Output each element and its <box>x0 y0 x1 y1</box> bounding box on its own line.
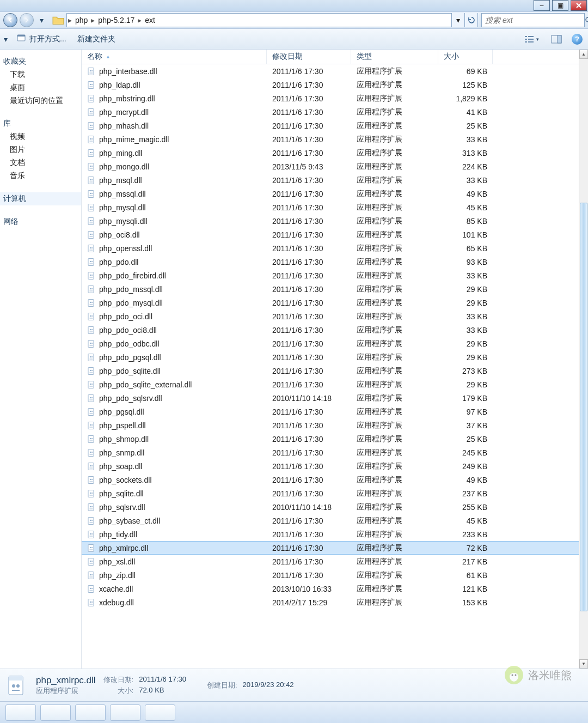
sidebar-network[interactable]: 网络 <box>0 215 81 228</box>
file-row[interactable]: php_pdo_oci.dll2011/1/6 17:30应用程序扩展33 KB <box>82 309 579 323</box>
taskbar-item[interactable] <box>110 704 140 721</box>
sidebar-item-music[interactable]: 音乐 <box>0 169 81 183</box>
help-button[interactable]: ? <box>572 34 583 45</box>
taskbar-item[interactable] <box>145 704 175 721</box>
file-row[interactable]: php_pdo_oci8.dll2011/1/6 17:30应用程序扩展33 K… <box>82 323 579 337</box>
file-row[interactable]: php_soap.dll2011/1/6 17:30应用程序扩展249 KB <box>82 459 579 473</box>
file-row[interactable]: php_sqlsrv.dll2010/11/10 14:18应用程序扩展255 … <box>82 500 579 514</box>
minimize-button[interactable]: – <box>534 0 550 11</box>
scroll-down-button[interactable]: ▼ <box>579 659 588 669</box>
file-date: 2011/1/6 17:30 <box>267 489 351 498</box>
organize-dropdown[interactable]: ▾ <box>0 35 11 44</box>
search-input[interactable] <box>482 16 585 25</box>
file-row[interactable]: php_sybase_ct.dll2011/1/6 17:30应用程序扩展45 … <box>82 514 579 527</box>
sidebar-computer[interactable]: 计算机 <box>0 192 81 205</box>
column-header-size[interactable]: 大小 <box>438 50 493 64</box>
file-row[interactable]: php_pdo_mssql.dll2011/1/6 17:30应用程序扩展29 … <box>82 282 579 296</box>
scroll-track[interactable] <box>579 59 588 659</box>
sidebar-item-desktop[interactable]: 桌面 <box>0 81 81 94</box>
sidebar-item-downloads[interactable]: 下载 <box>0 68 81 81</box>
close-button[interactable] <box>571 0 587 11</box>
column-header-date[interactable]: 修改日期 <box>267 50 351 64</box>
view-options-button[interactable]: ▾ <box>522 32 541 46</box>
file-row[interactable]: php_pdo.dll2011/1/6 17:30应用程序扩展93 KB <box>82 255 579 269</box>
sidebar-item-pictures[interactable]: 图片 <box>0 143 81 156</box>
file-row[interactable]: php_mongo.dll2013/11/5 9:43应用程序扩展224 KB <box>82 160 579 173</box>
breadcrumb-segment[interactable]: ext <box>143 16 157 25</box>
dll-file-icon <box>87 435 96 443</box>
vertical-scrollbar[interactable]: ▲ ▼ <box>579 50 588 669</box>
file-row[interactable]: php_openssl.dll2011/1/6 17:30应用程序扩展65 KB <box>82 241 579 255</box>
file-row[interactable]: php_ldap.dll2011/1/6 17:30应用程序扩展125 KB <box>82 78 579 92</box>
back-button[interactable] <box>3 13 17 27</box>
sidebar-item-recent[interactable]: 最近访问的位置 <box>0 94 81 107</box>
file-row[interactable]: php_ming.dll2011/1/6 17:30应用程序扩展313 KB <box>82 146 579 160</box>
file-row[interactable]: php_mbstring.dll2011/1/6 17:30应用程序扩展1,82… <box>82 92 579 105</box>
file-row[interactable]: php_pdo_firebird.dll2011/1/6 17:30应用程序扩展… <box>82 269 579 282</box>
sidebar-favorites[interactable]: 收藏夹 <box>0 55 81 68</box>
new-folder-button[interactable]: 新建文件夹 <box>72 32 121 46</box>
breadcrumb-segment[interactable]: php <box>73 16 90 25</box>
file-row[interactable]: php_sqlite.dll2011/1/6 17:30应用程序扩展237 KB <box>82 487 579 500</box>
file-row[interactable]: php_mime_magic.dll2011/1/6 17:30应用程序扩展33… <box>82 132 579 146</box>
refresh-button[interactable] <box>464 13 477 27</box>
sidebar-item-documents[interactable]: 文档 <box>0 156 81 169</box>
taskbar-item[interactable] <box>5 704 36 721</box>
svg-point-34 <box>91 165 93 166</box>
column-header-name[interactable]: 名称 <box>82 50 267 64</box>
file-date: 2011/1/6 17:30 <box>267 380 351 389</box>
file-row[interactable]: php_pdo_sqlite.dll2011/1/6 17:30应用程序扩展27… <box>82 364 579 378</box>
scroll-up-button[interactable]: ▲ <box>579 50 588 59</box>
file-row[interactable]: php_zip.dll2011/1/6 17:30应用程序扩展61 KB <box>82 568 579 582</box>
svg-rect-101 <box>88 476 94 483</box>
file-row[interactable]: php_mssql.dll2011/1/6 17:30应用程序扩展49 KB <box>82 187 579 201</box>
file-date: 2011/1/6 17:30 <box>267 339 351 348</box>
file-row[interactable]: php_pdo_odbc.dll2011/1/6 17:30应用程序扩展29 K… <box>82 337 579 350</box>
taskbar-item[interactable] <box>40 704 71 721</box>
breadcrumb-dropdown[interactable]: ▾ <box>451 13 464 27</box>
open-with-button[interactable]: 打开方式... <box>11 31 72 47</box>
file-row[interactable]: php_pdo_mysql.dll2011/1/6 17:30应用程序扩展29 … <box>82 296 579 309</box>
file-date: 2011/1/6 17:30 <box>267 557 351 566</box>
breadcrumb-segment[interactable]: php-5.2.17 <box>96 16 137 25</box>
file-row[interactable]: php_tidy.dll2011/1/6 17:30应用程序扩展233 KB <box>82 527 579 541</box>
file-row[interactable]: php_mysqli.dll2011/1/6 17:30应用程序扩展85 KB <box>82 214 579 228</box>
file-row[interactable]: php_snmp.dll2011/1/6 17:30应用程序扩展245 KB <box>82 446 579 459</box>
file-row[interactable]: php_mhash.dll2011/1/6 17:30应用程序扩展25 KB <box>82 119 579 132</box>
file-row[interactable]: php_pdo_sqlsrv.dll2010/11/10 14:18应用程序扩展… <box>82 391 579 405</box>
column-header-type[interactable]: 类型 <box>351 50 438 64</box>
file-row[interactable]: xcache.dll2013/10/10 16:33应用程序扩展121 KB <box>82 582 579 596</box>
file-row[interactable]: php_pgsql.dll2011/1/6 17:30应用程序扩展97 KB <box>82 405 579 418</box>
sidebar-libraries[interactable]: 库 <box>0 117 81 130</box>
forward-button[interactable] <box>20 13 34 27</box>
svg-rect-56 <box>88 272 94 279</box>
file-row[interactable]: php_pdo_pgsql.dll2011/1/6 17:30应用程序扩展29 … <box>82 350 579 364</box>
file-row[interactable]: php_mysql.dll2011/1/6 17:30应用程序扩展45 KB <box>82 201 579 214</box>
search-icon[interactable] <box>585 16 588 24</box>
file-size: 245 KB <box>438 448 493 457</box>
breadcrumb[interactable]: ▸ php ▸ php-5.2.17 ▸ ext ▾ <box>66 13 478 27</box>
file-row[interactable]: xdebug.dll2014/2/17 15:29应用程序扩展153 KB <box>82 596 579 609</box>
file-row[interactable]: php_shmop.dll2011/1/6 17:30应用程序扩展25 KB <box>82 432 579 446</box>
svg-point-108 <box>90 506 91 507</box>
search-box[interactable] <box>481 13 585 27</box>
file-size: 85 KB <box>438 217 493 226</box>
nav-history-dropdown[interactable]: ▾ <box>36 16 47 25</box>
file-size: 121 KB <box>438 585 493 593</box>
file-row[interactable]: php_oci8.dll2011/1/6 17:30应用程序扩展101 KB <box>82 228 579 241</box>
file-row[interactable]: php_sockets.dll2011/1/6 17:30应用程序扩展49 KB <box>82 473 579 487</box>
maximize-button[interactable]: ▣ <box>552 0 568 11</box>
file-row[interactable]: php_xsl.dll2011/1/6 17:30应用程序扩展217 KB <box>82 555 579 568</box>
file-row[interactable]: php_msql.dll2011/1/6 17:30应用程序扩展33 KB <box>82 173 579 187</box>
file-row[interactable]: php_xmlrpc.dll2011/1/6 17:30应用程序扩展72 KB <box>82 541 579 555</box>
taskbar-item[interactable] <box>75 704 106 721</box>
file-row[interactable]: php_interbase.dll2011/1/6 17:30应用程序扩展69 … <box>82 64 579 78</box>
file-row[interactable]: php_pdo_sqlite_external.dll2011/1/6 17:3… <box>82 378 579 391</box>
file-size: 37 KB <box>438 421 493 430</box>
file-row[interactable]: php_pspell.dll2011/1/6 17:30应用程序扩展37 KB <box>82 418 579 432</box>
svg-point-54 <box>90 260 91 262</box>
preview-pane-button[interactable] <box>547 32 566 46</box>
sidebar-item-videos[interactable]: 视频 <box>0 130 81 143</box>
scroll-thumb[interactable] <box>580 203 587 611</box>
file-row[interactable]: php_mcrypt.dll2011/1/6 17:30应用程序扩展41 KB <box>82 105 579 119</box>
